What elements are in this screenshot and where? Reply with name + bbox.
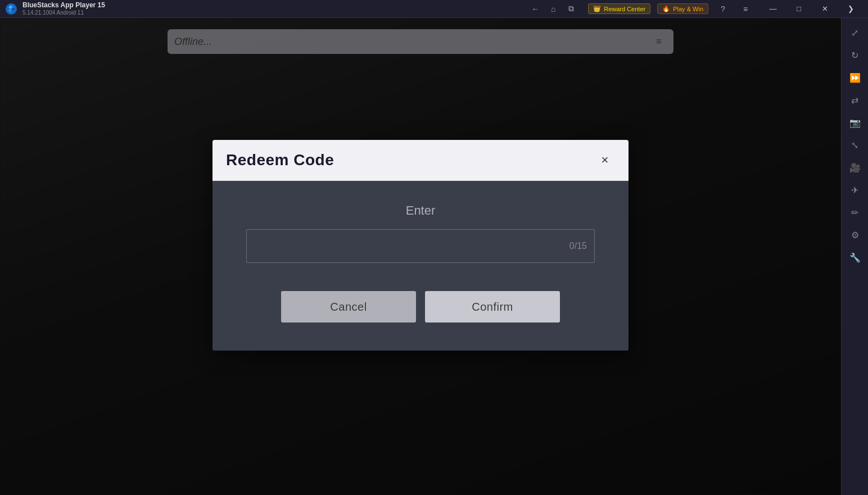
cancel-button[interactable]: Cancel bbox=[281, 291, 416, 323]
sidebar-eraser-icon[interactable]: ✏ bbox=[845, 202, 865, 222]
help-button[interactable]: ? bbox=[715, 3, 731, 15]
sidebar-settings-icon[interactable]: ⚙ bbox=[845, 225, 865, 245]
sidebar-gear-icon[interactable]: 🔧 bbox=[845, 247, 865, 267]
sidebar-screenshot-icon[interactable]: 📷 bbox=[845, 112, 865, 133]
confirm-button[interactable]: Confirm bbox=[425, 291, 560, 323]
sidebar-sync-icon[interactable]: ⇄ bbox=[845, 90, 865, 110]
sidebar-expand-icon[interactable]: ⤢ bbox=[845, 22, 865, 43]
dialog-close-button[interactable]: × bbox=[595, 150, 615, 170]
sidebar-fast-forward-icon[interactable]: ⏩ bbox=[845, 67, 865, 88]
app-title: BlueStacks App Player 15 bbox=[22, 1, 105, 9]
titlebar-right: 👑 Reward Center 🔥 Play & Win ? ≡ bbox=[588, 3, 753, 15]
maximize-button[interactable]: □ bbox=[786, 0, 812, 18]
sidebar-toggle-button[interactable]: ❯ bbox=[838, 0, 864, 18]
dialog-body: Enter 0/15 Cancel Confirm bbox=[213, 181, 629, 351]
main-content: Offline... ≡ Redeem Code × Enter 0/15 Ca… bbox=[0, 18, 841, 495]
right-sidebar: ⤢ ↻ ⏩ ⇄ 📷 ⤡ 🎥 ✈ ✏ ⚙ 🔧 bbox=[841, 18, 868, 495]
menu-button[interactable]: ≡ bbox=[738, 3, 753, 15]
dialog-backdrop: Redeem Code × Enter 0/15 Cancel Confirm bbox=[0, 18, 841, 495]
sidebar-plane-icon[interactable]: ✈ bbox=[845, 180, 865, 200]
redeem-code-dialog: Redeem Code × Enter 0/15 Cancel Confirm bbox=[213, 140, 629, 351]
code-input[interactable] bbox=[246, 229, 595, 263]
dialog-footer: Cancel Confirm bbox=[246, 291, 595, 323]
reward-center-label: Reward Center bbox=[604, 6, 645, 12]
dialog-header: Redeem Code × bbox=[213, 140, 629, 181]
dialog-enter-label: Enter bbox=[246, 203, 595, 218]
input-counter: 0/15 bbox=[569, 241, 587, 251]
titlebar: BlueStacks App Player 15 5.14.21.1004 An… bbox=[0, 0, 868, 18]
copy-nav-button[interactable]: ⧉ bbox=[563, 3, 579, 15]
code-input-wrapper: 0/15 bbox=[246, 229, 595, 263]
play-win-button[interactable]: 🔥 Play & Win bbox=[657, 3, 708, 14]
titlebar-text: BlueStacks App Player 15 5.14.21.1004 An… bbox=[22, 1, 105, 16]
window-controls: — □ ✕ ❯ bbox=[760, 0, 864, 18]
fire-icon: 🔥 bbox=[662, 5, 670, 12]
reward-center-button[interactable]: 👑 Reward Center bbox=[588, 3, 650, 14]
sidebar-resize-icon[interactable]: ⤡ bbox=[845, 135, 865, 155]
back-nav-button[interactable]: ← bbox=[527, 3, 543, 15]
close-button[interactable]: ✕ bbox=[812, 0, 838, 18]
play-win-label: Play & Win bbox=[673, 6, 703, 12]
home-nav-button[interactable]: ⌂ bbox=[545, 3, 561, 15]
app-version: 5.14.21.1004 Android 11 bbox=[22, 10, 105, 16]
minimize-button[interactable]: — bbox=[760, 0, 786, 18]
dialog-title: Redeem Code bbox=[226, 151, 334, 169]
sidebar-rotate-icon[interactable]: ↻ bbox=[845, 45, 865, 65]
sidebar-camera-icon[interactable]: 🎥 bbox=[845, 157, 865, 178]
titlebar-nav: ← ⌂ ⧉ bbox=[527, 3, 579, 15]
crown-icon: 👑 bbox=[593, 5, 601, 12]
app-logo bbox=[4, 2, 18, 16]
